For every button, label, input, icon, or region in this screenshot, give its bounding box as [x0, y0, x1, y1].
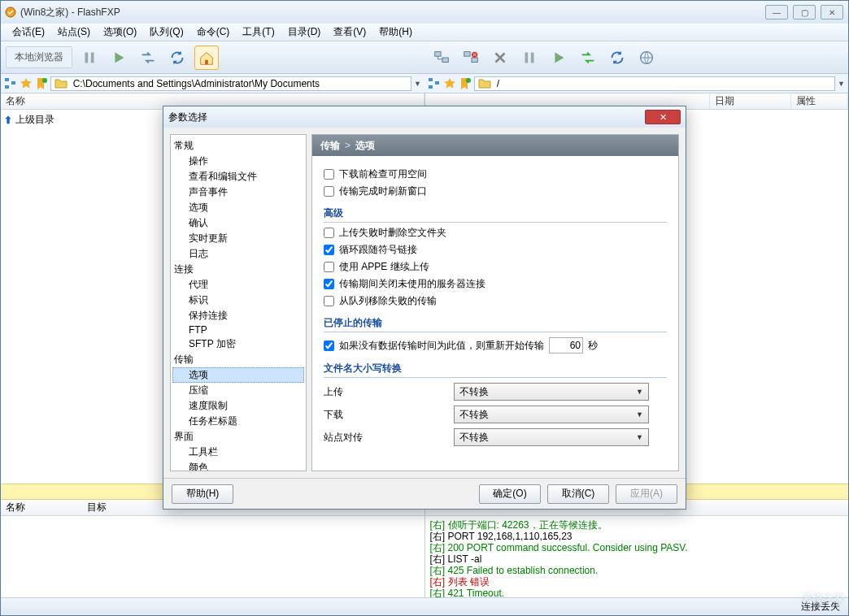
menu-sites[interactable]: 站点(S)	[53, 24, 95, 41]
tree-icon[interactable]	[4, 77, 17, 90]
svg-rect-6	[472, 58, 477, 63]
tree-general[interactable]: 常规	[172, 138, 304, 154]
pause-remote-icon[interactable]	[517, 46, 542, 70]
tree-connect-3[interactable]: FTP	[172, 323, 304, 336]
tree-general-6[interactable]: 日志	[172, 246, 304, 262]
preferences-dialog: 参数选择 ✕ 常规 操作 查看和编辑文件 声音事件 选项 确认 实时更新 日志 …	[163, 106, 686, 510]
ok-button[interactable]: 确定(O)	[479, 484, 541, 504]
path-remote-dropdown-icon[interactable]: ▼	[838, 80, 845, 88]
cancel-button[interactable]: 取消(C)	[547, 484, 609, 504]
dialog-titlebar: 参数选择 ✕	[163, 106, 686, 128]
sel-fxp-case[interactable]: 不转换	[454, 428, 649, 446]
play-icon[interactable]	[107, 46, 131, 70]
star-remote-icon[interactable]	[443, 77, 456, 90]
chk-refresh-after[interactable]	[324, 186, 334, 197]
tree-transfer-1[interactable]: 压缩	[172, 383, 304, 398]
bookmark-add-icon[interactable]	[35, 77, 48, 90]
menu-commands[interactable]: 命令(C)	[192, 24, 235, 41]
toolbar: 本地浏览器	[1, 41, 848, 74]
tree-general-2[interactable]: 声音事件	[172, 184, 304, 200]
path-dropdown-icon[interactable]: ▼	[414, 80, 421, 88]
sel-download-case[interactable]: 不转换	[454, 406, 649, 423]
abort-icon[interactable]	[488, 46, 512, 70]
tree-general-1[interactable]: 查看和编辑文件	[172, 169, 304, 184]
dialog-close-button[interactable]: ✕	[645, 110, 681, 124]
chk-appe[interactable]	[324, 262, 334, 272]
menu-view[interactable]: 查看(V)	[329, 24, 371, 41]
bookmark-add-remote-icon[interactable]	[459, 77, 472, 90]
lbl-fxp: 站点对传	[324, 431, 454, 445]
tree-transfer-3[interactable]: 任务栏标题	[172, 414, 304, 429]
qcol-target[interactable]: 目标	[82, 501, 163, 514]
tree-connect-2[interactable]: 保持连接	[172, 308, 304, 323]
titlebar: (Win8之家) - FlashFXP — ▢ ✕	[1, 1, 848, 24]
tree-transfer[interactable]: 传输	[172, 352, 304, 367]
minimize-button[interactable]: —	[765, 5, 788, 20]
section-advanced: 高级	[324, 206, 667, 223]
svg-rect-8	[525, 52, 529, 63]
reconnect-icon[interactable]	[576, 46, 600, 70]
chk-del-empty[interactable]	[324, 228, 334, 238]
tree-connect-4[interactable]: SFTP 加密	[172, 336, 304, 352]
log-panel[interactable]: [右] 侦听于端口: 42263，正在等候连接。 [右] PORT 192,16…	[425, 516, 849, 597]
dialog-title: 参数选择	[168, 111, 645, 124]
apply-button[interactable]: 应用(A)	[616, 484, 677, 504]
svg-rect-4	[442, 58, 448, 63]
category-tree[interactable]: 常规 操作 查看和编辑文件 声音事件 选项 确认 实时更新 日志 连接 代理 标…	[170, 134, 307, 471]
chk-check-space[interactable]	[324, 169, 334, 180]
tree-transfer-2[interactable]: 速度限制	[172, 398, 304, 414]
svg-point-14	[42, 78, 47, 83]
tree-general-3[interactable]: 选项	[172, 200, 304, 215]
tree-ui[interactable]: 界面	[172, 429, 304, 445]
svg-rect-13	[11, 81, 15, 85]
qcol-name[interactable]: 名称	[1, 501, 82, 514]
tree-remote-icon[interactable]	[428, 77, 441, 90]
disconnect-icon[interactable]	[459, 46, 483, 70]
tree-transfer-options[interactable]: 选项	[172, 367, 304, 383]
local-browser-label[interactable]: 本地浏览器	[6, 46, 72, 68]
menu-queue[interactable]: 队列(Q)	[145, 24, 188, 41]
refresh-icon[interactable]	[165, 46, 189, 70]
tree-general-4[interactable]: 确认	[172, 215, 304, 231]
menu-help[interactable]: 帮助(H)	[374, 24, 417, 41]
tree-connect[interactable]: 连接	[172, 262, 304, 277]
up-arrow-icon: ⬆	[4, 115, 12, 126]
close-button[interactable]: ✕	[821, 5, 843, 20]
remote-path-input[interactable]: /	[474, 76, 835, 91]
pause-icon[interactable]	[77, 46, 102, 70]
chk-remove-failed[interactable]	[324, 296, 334, 306]
tree-general-5[interactable]: 实时更新	[172, 231, 304, 246]
tree-connect-0[interactable]: 代理	[172, 277, 304, 293]
globe-icon[interactable]	[634, 46, 659, 70]
home-icon[interactable]	[194, 46, 219, 70]
col-date[interactable]: 日期	[710, 93, 791, 109]
pathbar: C:\Documents and Settings\Administrator\…	[1, 74, 848, 93]
play-remote-icon[interactable]	[546, 46, 571, 70]
maximize-button[interactable]: ▢	[793, 5, 816, 20]
transfer-icon[interactable]	[136, 46, 160, 70]
tree-ui-0[interactable]: 工具栏	[172, 445, 304, 460]
menu-session[interactable]: 会话(E)	[7, 24, 50, 41]
star-icon[interactable]	[20, 77, 33, 90]
menu-tools[interactable]: 工具(T)	[237, 24, 279, 41]
tree-connect-1[interactable]: 标识	[172, 293, 304, 308]
chk-restart[interactable]	[324, 341, 334, 351]
menubar: 会话(E) 站点(S) 选项(O) 队列(Q) 命令(C) 工具(T) 目录(D…	[1, 24, 848, 41]
col-attr[interactable]: 属性	[791, 93, 848, 109]
restart-seconds-input[interactable]	[549, 337, 583, 354]
options-panel: 下载前检查可用空间 传输完成时刷新窗口 高级 上传失败时删除空文件夹 循环跟随符…	[312, 156, 678, 471]
dialog-buttons: 帮助(H) 确定(O) 取消(C) 应用(A)	[163, 478, 686, 509]
refresh-remote-icon[interactable]	[605, 46, 629, 70]
sel-upload-case[interactable]: 不转换	[454, 383, 649, 401]
tree-general-0[interactable]: 操作	[172, 154, 304, 169]
chk-close-unused[interactable]	[324, 279, 334, 289]
tree-ui-1[interactable]: 颜色	[172, 460, 304, 471]
menu-directory[interactable]: 目录(D)	[283, 24, 326, 41]
menu-options[interactable]: 选项(O)	[98, 24, 142, 41]
svg-rect-11	[5, 78, 9, 81]
local-path-input[interactable]: C:\Documents and Settings\Administrator\…	[50, 76, 411, 91]
window-title: (Win8之家) - FlashFXP	[20, 6, 765, 20]
chk-follow-symlink[interactable]	[324, 245, 334, 255]
help-button[interactable]: 帮助(H)	[172, 484, 233, 504]
connect-icon[interactable]	[429, 46, 454, 70]
